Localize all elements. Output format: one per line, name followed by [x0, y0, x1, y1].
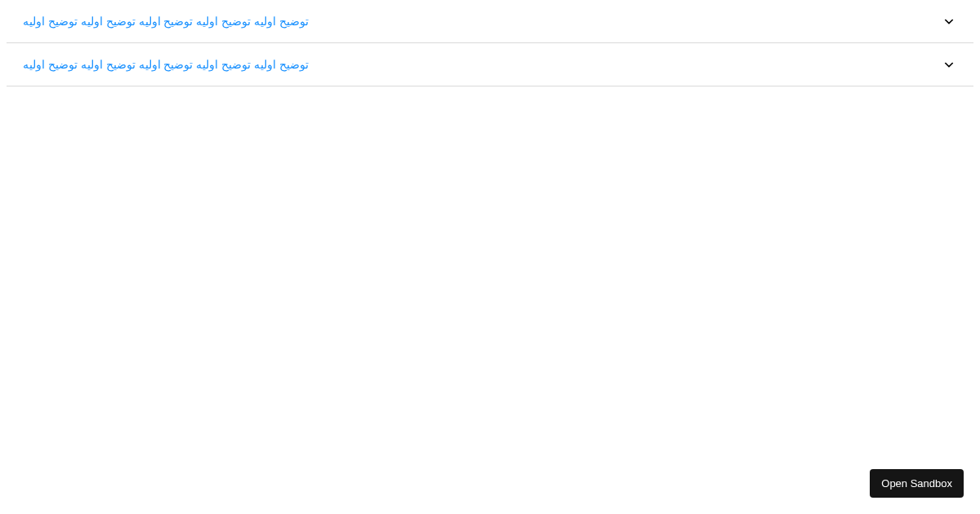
accordion-title: توضیح اولیه توضیح اولیه توضیح اولیه توضی…	[23, 15, 309, 28]
chevron-down-icon	[941, 13, 957, 29]
chevron-down-icon	[941, 56, 957, 73]
accordion-title: توضیح اولیه توضیح اولیه توضیح اولیه توضی…	[23, 58, 309, 71]
accordion-item[interactable]: توضیح اولیه توضیح اولیه توضیح اولیه توضی…	[7, 0, 973, 43]
open-sandbox-button[interactable]: Open Sandbox	[870, 469, 964, 498]
accordion-container: توضیح اولیه توضیح اولیه توضیح اولیه توضی…	[0, 0, 980, 86]
accordion-item[interactable]: توضیح اولیه توضیح اولیه توضیح اولیه توضی…	[7, 42, 973, 86]
